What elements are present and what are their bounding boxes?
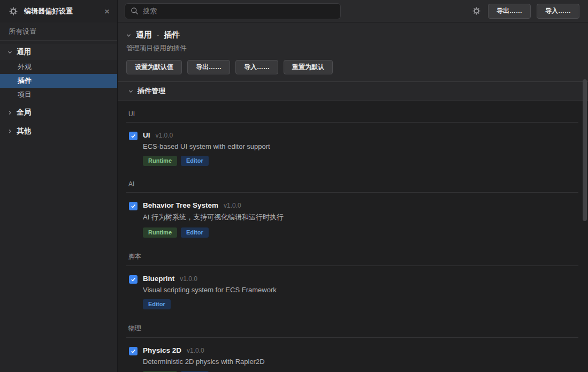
chevron-right-icon — [7, 129, 12, 134]
breadcrumb-parent: 通用 — [136, 30, 152, 40]
tree-group-other[interactable]: 其他 — [0, 123, 117, 139]
sidebar-item-project[interactable]: 项目 — [0, 88, 117, 102]
import-button[interactable]: 导入…… — [537, 4, 579, 19]
plugin-version: v1.0.0 — [187, 347, 204, 354]
main-panel: 导出…… 导入…… 通用 - 插件 管理项目使用的插件 设置为默认值 导出…… … — [118, 0, 588, 372]
plugin-name: Behavior Tree System — [143, 201, 218, 209]
plugin-version: v1.0.0 — [156, 132, 173, 139]
chevron-down-icon[interactable] — [126, 33, 131, 37]
sidebar-header: 编辑器偏好设置 × — [0, 0, 117, 22]
export-button[interactable]: 导出…… — [488, 4, 531, 19]
plugin-row-blueprint: Blueprint v1.0.0 Visual scripting system… — [126, 275, 578, 309]
runtime-badge: Runtime — [143, 227, 177, 238]
plugin-enabled-checkbox[interactable] — [129, 275, 138, 284]
section-title: 插件管理 — [138, 86, 165, 96]
chevron-down-icon — [128, 89, 133, 94]
plugin-list: UI UI v1.0.0 ECS-based UI system with ed… — [118, 101, 588, 372]
plugin-info: UI v1.0.0 ECS-based UI system with edito… — [143, 131, 270, 166]
divider — [126, 337, 578, 338]
plugin-badges: Runtime Editor — [143, 227, 284, 238]
export-settings-button[interactable]: 导出…… — [187, 60, 230, 74]
settings-tree: 通用 外观 插件 项目 全局 其他 — [0, 41, 117, 139]
breadcrumb-separator: - — [157, 31, 159, 39]
tree-group-label: 通用 — [17, 47, 31, 57]
close-icon[interactable]: × — [103, 7, 111, 16]
plugin-manager-section-header[interactable]: 插件管理 — [118, 81, 588, 101]
category-label: UI — [126, 110, 578, 122]
plugin-description: ECS-based UI system with editor support — [143, 142, 270, 150]
topbar: 导出…… 导入…… — [118, 0, 588, 22]
header-actions: 设置为默认值 导出…… 导入…… 重置为默认 — [126, 60, 579, 74]
runtime-badge: Runtime — [143, 156, 177, 166]
plugin-info: Blueprint v1.0.0 Visual scripting system… — [143, 275, 277, 309]
plugin-row-physics-2d: Physics 2D v1.0.0 Deterministic 2D physi… — [126, 346, 578, 372]
plugin-category-ai: AI Behavior Tree System v1.0.0 AI 行为树系统，… — [126, 180, 578, 238]
plugin-name: UI — [143, 131, 150, 139]
divider — [126, 265, 578, 266]
plugin-row-behavior-tree: Behavior Tree System v1.0.0 AI 行为树系统，支持可… — [126, 201, 578, 238]
plugin-category-ui: UI UI v1.0.0 ECS-based UI system with ed… — [126, 110, 578, 166]
gear-icon — [7, 5, 19, 17]
plugin-version: v1.0.0 — [180, 275, 197, 283]
search-box[interactable] — [125, 3, 341, 19]
vertical-scrollbar-thumb[interactable] — [583, 79, 587, 221]
page-header: 通用 - 插件 管理项目使用的插件 设置为默认值 导出…… 导入…… 重置为默认 — [118, 22, 588, 81]
plugin-enabled-checkbox[interactable] — [129, 347, 138, 355]
category-label: AI — [126, 180, 578, 192]
plugin-enabled-checkbox[interactable] — [129, 132, 138, 140]
category-label: 脚本 — [126, 252, 578, 265]
tree-group-label: 全局 — [17, 108, 31, 117]
sidebar-item-appearance[interactable]: 外观 — [0, 60, 117, 74]
tree-group-general[interactable]: 通用 — [0, 44, 117, 60]
settings-sidebar: 编辑器偏好设置 × 所有设置 通用 外观 插件 项目 全局 — [0, 0, 118, 372]
divider — [126, 122, 578, 123]
plugin-description: AI 行为树系统，支持可视化编辑和运行时执行 — [143, 212, 284, 222]
plugin-category-physics: 物理 Physics 2D v1.0.0 Deterministic 2D ph… — [126, 324, 578, 372]
plugin-badges: Editor — [143, 299, 277, 309]
set-as-default-button[interactable]: 设置为默认值 — [126, 60, 182, 74]
page-subtitle: 管理项目使用的插件 — [126, 44, 579, 53]
search-input[interactable] — [143, 7, 335, 15]
editor-badge: Editor — [181, 156, 209, 166]
plugin-description: Visual scripting system for ECS Framewor… — [143, 286, 277, 294]
tree-group-label: 其他 — [17, 126, 31, 136]
tree-group-global[interactable]: 全局 — [0, 104, 117, 120]
preferences-window: 编辑器偏好设置 × 所有设置 通用 外观 插件 项目 全局 — [0, 0, 588, 372]
import-settings-button[interactable]: 导入…… — [235, 60, 278, 74]
plugin-version: v1.0.0 — [224, 202, 241, 209]
plugin-enabled-checkbox[interactable] — [129, 202, 138, 210]
breadcrumb[interactable]: 通用 - 插件 — [126, 30, 579, 40]
search-icon — [131, 7, 139, 15]
editor-badge: Editor — [143, 299, 171, 309]
reset-to-default-button[interactable]: 重置为默认 — [284, 60, 333, 74]
settings-gear-icon[interactable] — [470, 5, 482, 17]
plugin-row-ui: UI v1.0.0 ECS-based UI system with edito… — [126, 131, 578, 166]
plugin-info: Physics 2D v1.0.0 Deterministic 2D physi… — [143, 346, 265, 372]
plugin-description: Deterministic 2D physics with Rapier2D — [143, 358, 265, 366]
plugin-badges: Runtime Editor — [143, 156, 270, 166]
editor-badge: Editor — [181, 227, 209, 238]
divider — [126, 192, 578, 193]
plugin-name: Physics 2D — [143, 346, 181, 354]
plugin-name: Blueprint — [143, 275, 174, 283]
chevron-down-icon — [7, 50, 12, 55]
chevron-right-icon — [7, 110, 12, 115]
breadcrumb-current: 插件 — [164, 30, 180, 40]
sidebar-item-plugins[interactable]: 插件 — [0, 74, 117, 88]
window-title: 编辑器偏好设置 — [24, 6, 98, 16]
sidebar-item-all-settings[interactable]: 所有设置 — [0, 22, 117, 41]
plugin-info: Behavior Tree System v1.0.0 AI 行为树系统，支持可… — [143, 201, 284, 238]
category-label: 物理 — [126, 324, 578, 337]
plugin-category-script: 脚本 Blueprint v1.0.0 Visual scripting sys… — [126, 252, 578, 309]
